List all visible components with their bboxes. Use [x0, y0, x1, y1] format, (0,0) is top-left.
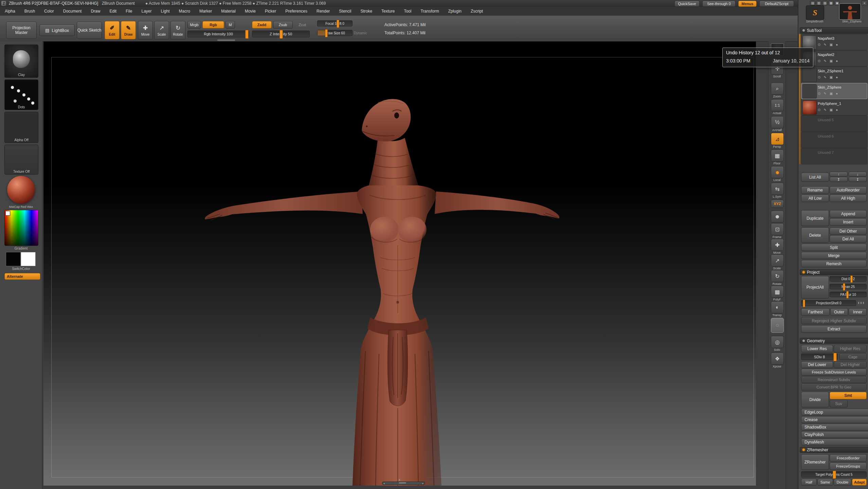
- menu-item-stencil[interactable]: Stencil: [339, 9, 351, 14]
- menu-item-light[interactable]: Light: [161, 9, 170, 14]
- zsub-button[interactable]: Zsub: [273, 21, 293, 29]
- shadowbox-section[interactable]: ShadowBox: [801, 424, 868, 431]
- floor-button[interactable]: ▦: [771, 149, 784, 162]
- rgb-intensity-slider[interactable]: Rgb Intensity 100: [187, 31, 249, 37]
- head-button[interactable]: ☻: [771, 211, 784, 223]
- z-intensity-slider[interactable]: Z Intensity 50: [252, 31, 310, 37]
- color-picker-marker[interactable]: [5, 211, 10, 216]
- uv-icon[interactable]: ▣: [830, 59, 833, 63]
- rotate-gizmo-button[interactable]: ↻: [771, 270, 784, 282]
- ghost-button[interactable]: ◌: [771, 318, 784, 333]
- rgb-button[interactable]: Rgb: [202, 21, 224, 29]
- geometry-section-header[interactable]: Geometry: [800, 338, 868, 344]
- secondary-color-swatch[interactable]: [21, 252, 36, 266]
- reproject-higher-subdiv-button[interactable]: Reproject Higher Subdiv: [801, 317, 867, 324]
- delete-button[interactable]: Delete: [801, 228, 829, 243]
- autoreorder-button[interactable]: AutoReorder: [830, 186, 867, 194]
- focal-shift-knob[interactable]: [337, 20, 339, 28]
- extract-button[interactable]: Extract: [801, 325, 867, 333]
- half-button[interactable]: Half: [801, 479, 817, 486]
- subtool-row[interactable]: Skin_ZSphere1 ⊙ ✎ ▣ ●: [801, 67, 867, 83]
- menu-item-draw[interactable]: Draw: [91, 9, 100, 14]
- actual-button[interactable]: 1:1: [771, 99, 784, 111]
- draw-size-slider[interactable]: Draw Size 60: [317, 30, 352, 36]
- menu-item-file[interactable]: File: [126, 9, 132, 14]
- mean-slider[interactable]: Mean 25: [830, 284, 867, 289]
- zremesher-section-header[interactable]: ZRemesher: [800, 447, 868, 453]
- inner-button[interactable]: Inner: [849, 308, 867, 316]
- sphere-icon[interactable]: ●: [836, 59, 838, 63]
- paint-icon[interactable]: ✎: [824, 75, 826, 79]
- polyframe-button[interactable]: ▩: [771, 286, 784, 298]
- close-icon[interactable]: ×: [862, 0, 867, 6]
- all-low-button[interactable]: All Low: [801, 195, 829, 202]
- uv-icon[interactable]: ▣: [830, 43, 833, 47]
- pa-blur-slider[interactable]: PA Blur 10: [830, 292, 867, 297]
- freezeborder-button[interactable]: FreezeBorder: [830, 454, 867, 462]
- projection-shell-slider[interactable]: ProjectionShell 0: [801, 300, 856, 306]
- m-button[interactable]: M: [225, 21, 235, 29]
- move-gizmo-button[interactable]: ✚: [771, 239, 784, 251]
- crease-section[interactable]: Crease: [801, 416, 868, 423]
- zadd-button[interactable]: Zadd: [252, 21, 272, 29]
- material-selector[interactable]: [7, 176, 35, 204]
- all-high-button[interactable]: All High: [830, 195, 867, 202]
- subtool-row[interactable]: PolySphere_1 ⊙ ✎ ▣ ●: [801, 99, 867, 115]
- rgb-intensity-knob[interactable]: [245, 30, 249, 39]
- farthest-button[interactable]: Farthest: [801, 308, 830, 316]
- sphere-icon[interactable]: ●: [836, 75, 838, 79]
- quick-sketch-button[interactable]: Quick Sketch: [77, 22, 102, 39]
- draw-size-knob[interactable]: [325, 29, 328, 37]
- local-button[interactable]: ●: [771, 166, 784, 178]
- claypolish-section[interactable]: ClayPolish: [801, 431, 868, 438]
- model-naga-figure[interactable]: [43, 41, 756, 486]
- menu-item-alpha[interactable]: Alpha: [5, 9, 15, 14]
- menu-item-color[interactable]: Color: [44, 9, 54, 14]
- eye-icon[interactable]: ⊙: [818, 59, 820, 63]
- lsym-button[interactable]: ⇆: [771, 183, 784, 195]
- projection-master-button[interactable]: Projection Master: [6, 22, 37, 39]
- document-canvas[interactable]: ▴ ◂ ▸: [43, 41, 756, 486]
- panel-icon-2[interactable]: ▧: [822, 1, 828, 5]
- outer-button[interactable]: Outer: [830, 308, 848, 316]
- eye-icon[interactable]: ⊙: [818, 43, 820, 47]
- menu-item-edit[interactable]: Edit: [109, 9, 116, 14]
- tool-current-thumbnail[interactable]: [839, 3, 861, 20]
- reconstruct-subdiv-button[interactable]: Reconstruct Subdiv: [801, 376, 867, 383]
- subtool-to-top-button[interactable]: ↥: [830, 177, 848, 182]
- canvas-horizontal-scrollbar[interactable]: ◂ ▸: [382, 482, 425, 485]
- focal-shift-slider[interactable]: Focal Shift 0: [317, 20, 352, 26]
- menu-item-preferences[interactable]: Preferences: [285, 9, 307, 14]
- scale-gizmo-button[interactable]: ↗: [771, 254, 784, 267]
- alpha-selector[interactable]: Alpha Off: [4, 112, 38, 143]
- append-button[interactable]: Append: [830, 210, 867, 218]
- menu-item-transform[interactable]: Transform: [420, 9, 439, 14]
- higher-res-button[interactable]: Higher Res: [834, 345, 867, 352]
- cage-button[interactable]: Cage: [839, 354, 867, 360]
- panel-icon-1[interactable]: ▥: [816, 1, 821, 5]
- lightbox-button[interactable]: ▤ LightBox: [39, 24, 75, 36]
- zcut-button[interactable]: Zcut: [295, 21, 310, 29]
- menu-item-zplugin[interactable]: Zplugin: [448, 9, 462, 14]
- menus-button[interactable]: Menus: [738, 1, 757, 7]
- freeze-subdivision-button[interactable]: Freeze SubDivision Levels: [801, 369, 867, 376]
- divide-button[interactable]: Divide: [801, 392, 829, 408]
- scroll-left-icon[interactable]: ◂: [383, 482, 385, 485]
- menu-item-stroke[interactable]: Stroke: [360, 9, 372, 14]
- merge-button[interactable]: Merge: [801, 252, 867, 259]
- eye-icon[interactable]: ⊙: [818, 92, 820, 95]
- del-all-button[interactable]: Del All: [830, 235, 867, 242]
- transp-button[interactable]: ◐: [771, 301, 784, 313]
- suv-button[interactable]: Suv: [830, 400, 848, 408]
- edgeloop-section[interactable]: EdgeLoop: [801, 409, 868, 416]
- eye-icon[interactable]: ⊙: [818, 75, 820, 79]
- switchcolor-label[interactable]: SwitchColor: [0, 267, 42, 271]
- double-button[interactable]: Double: [834, 479, 851, 486]
- xyz-button[interactable]: XYZ: [771, 200, 784, 208]
- move-mode-button[interactable]: ✚ Move: [138, 21, 153, 39]
- main-color-swatch[interactable]: [6, 252, 21, 266]
- menu-item-document[interactable]: Document: [63, 9, 82, 14]
- paint-icon[interactable]: ✎: [824, 108, 826, 112]
- projectall-button[interactable]: ProjectAll: [801, 276, 829, 298]
- menu-item-marker[interactable]: Marker: [199, 9, 212, 14]
